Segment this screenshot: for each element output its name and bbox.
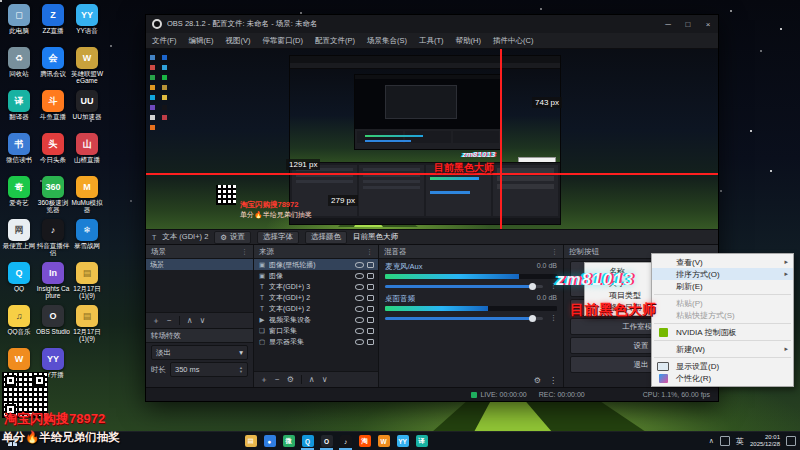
language-indicator[interactable]: 英 — [736, 436, 744, 447]
clock[interactable]: 20:01 2025/12/28 — [750, 434, 780, 448]
desktop-icon[interactable]: 书 微信读书 — [2, 133, 36, 176]
slider-knob[interactable] — [529, 283, 536, 290]
taskbar-app-button[interactable]: YY — [394, 432, 411, 450]
desktop-icon[interactable]: ♻ 回收站 — [2, 47, 36, 90]
desktop-icon[interactable]: O OBS Studio — [36, 305, 70, 348]
add-scene-button[interactable]: ＋ — [152, 315, 160, 326]
dock-menu-icon[interactable]: ⋮ — [366, 248, 373, 256]
desktop-icon[interactable]: Z ZZ直播 — [36, 4, 70, 47]
preview-canvas[interactable]: 743 px 1291 px 279 px zm81013 目前黑色大师 淘宝闪… — [146, 49, 718, 229]
desktop-icon[interactable]: YY YY语音 — [70, 4, 104, 47]
source-properties-button[interactable]: ⚙ — [287, 375, 294, 384]
lock-icon[interactable] — [367, 306, 374, 312]
lock-icon[interactable] — [367, 273, 374, 279]
channel-options-icon[interactable]: ⋮ — [550, 314, 557, 322]
taskbar-app-button[interactable]: ▤ — [242, 432, 259, 450]
lock-icon[interactable] — [367, 328, 374, 334]
menu-item-sort[interactable]: 排序方式(O) ▸ — [652, 268, 793, 280]
menu-item-paste-shortcut[interactable]: 粘贴快捷方式(S) — [652, 309, 793, 321]
transition-select[interactable]: 淡出 ▾ — [151, 345, 248, 360]
desktop-icon[interactable]: ♫ QQ音乐 — [2, 305, 36, 348]
tray-app-icon[interactable] — [720, 436, 730, 446]
menubar-item[interactable]: 文件(F) — [146, 33, 183, 48]
taskbar-app-button[interactable]: Q — [299, 432, 316, 450]
slider-knob[interactable] — [529, 315, 536, 322]
lock-icon[interactable] — [367, 295, 374, 301]
menubar-item[interactable]: 帮助(H) — [450, 33, 487, 48]
desktop-icon[interactable]: W 英雄联盟WeGame — [70, 47, 104, 90]
select-color-button[interactable]: 选择颜色 — [305, 231, 347, 244]
menubar-item[interactable]: 配置文件(P) — [309, 33, 361, 48]
desktop-icon[interactable]: Q QQ — [2, 262, 36, 305]
select-font-button[interactable]: 选择字体 — [257, 231, 299, 244]
scene-down-button[interactable]: ∨ — [200, 316, 206, 325]
taskbar-app-button[interactable]: 微 — [280, 432, 297, 450]
desktop-icon[interactable]: ♪ 抖音直播伴侣 — [36, 219, 70, 262]
obs-titlebar[interactable]: OBS 28.1.2 - 配置文件: 未命名 - 场景: 未命名 ─ □ × — [146, 15, 718, 33]
menubar-item[interactable]: 编辑(E) — [183, 33, 220, 48]
dock-menu-icon[interactable]: ⋮ — [241, 248, 248, 256]
desktop-icon[interactable]: M MuMu模拟器 — [70, 176, 104, 219]
lock-icon[interactable] — [367, 317, 374, 323]
source-row[interactable]: ▣ 图像(壁纸轮播) — [254, 259, 378, 270]
desktop-icon[interactable]: 奇 爱奇艺 — [2, 176, 36, 219]
visibility-eye-icon[interactable] — [355, 284, 364, 290]
menubar-item[interactable]: 停靠窗口(D) — [257, 33, 309, 48]
desktop-icon[interactable]: 网 最便宜上网 — [2, 219, 36, 262]
visibility-eye-icon[interactable] — [355, 306, 364, 312]
maximize-button[interactable]: □ — [678, 15, 698, 33]
visibility-eye-icon[interactable] — [355, 328, 364, 334]
desktop-icon[interactable]: ▤ 12月17日(1)(9) — [70, 262, 104, 305]
desktop-icon[interactable]: UU UU加速器 — [70, 90, 104, 133]
menubar-item[interactable]: 工具(T) — [413, 33, 450, 48]
lock-icon[interactable] — [367, 284, 374, 290]
remove-scene-button[interactable]: − — [167, 316, 172, 325]
mixer-menu-icon[interactable]: ⋮ — [549, 376, 557, 385]
source-row[interactable]: ▢ 显示器采集 — [254, 336, 378, 347]
source-row[interactable]: ▶ 视频采集设备 — [254, 314, 378, 325]
visibility-eye-icon[interactable] — [355, 317, 364, 323]
desktop-icon[interactable]: 头 今日头条 — [36, 133, 70, 176]
visibility-eye-icon[interactable] — [355, 295, 364, 301]
desktop-icon[interactable]: 译 翻译器 — [2, 90, 36, 133]
menu-item-nvidia[interactable]: NVIDIA 控制面板 — [652, 326, 793, 338]
notification-icon[interactable] — [786, 436, 796, 446]
source-up-button[interactable]: ∧ — [309, 375, 315, 384]
taskbar-app-button[interactable]: O — [318, 432, 335, 450]
source-row[interactable]: ▣ 图像 — [254, 270, 378, 281]
volume-slider[interactable]: ⋮ — [385, 314, 557, 323]
visibility-eye-icon[interactable] — [355, 273, 364, 279]
desktop-icon[interactable]: ❄ 暴雪战网 — [70, 219, 104, 262]
lock-icon[interactable] — [367, 339, 374, 345]
visibility-eye-icon[interactable] — [355, 339, 364, 345]
source-row[interactable]: T 文本(GDI+) 2 — [254, 303, 378, 314]
taskbar-app-button[interactable]: ♪ — [337, 432, 354, 450]
minimize-button[interactable]: ─ — [658, 15, 678, 33]
remove-source-button[interactable]: − — [275, 375, 280, 384]
scene-row[interactable]: 场景 — [146, 259, 253, 270]
menu-item-display-settings[interactable]: 显示设置(D) — [652, 360, 793, 372]
add-source-button[interactable]: ＋ — [260, 374, 268, 385]
desktop-icon[interactable]: ◻ 此电脑 — [2, 4, 36, 47]
sort-by-type[interactable]: 项目类型 — [585, 289, 652, 301]
source-row[interactable]: T 文本(GDI+) 3 — [254, 281, 378, 292]
tray-chevron-icon[interactable]: ∧ — [709, 437, 714, 445]
desktop-icon[interactable]: ▤ 12月17日(1)(9) — [70, 305, 104, 348]
source-row[interactable]: ❑ 窗口采集 — [254, 325, 378, 336]
source-down-button[interactable]: ∨ — [322, 375, 328, 384]
visibility-eye-icon[interactable] — [355, 262, 364, 268]
menu-item-paste[interactable]: 粘贴(P) — [652, 297, 793, 309]
menu-item-view[interactable]: 查看(V) ▸ — [652, 256, 793, 268]
taskbar-app-button[interactable]: 淘 — [356, 432, 373, 450]
taskbar-app-button[interactable]: 译 — [413, 432, 430, 450]
taskbar-app-button[interactable]: ● — [261, 432, 278, 450]
mixer-settings-icon[interactable]: ⚙ — [534, 376, 541, 385]
menubar-item[interactable]: 场景集合(S) — [361, 33, 413, 48]
menu-item-new[interactable]: 新建(W) ▸ — [652, 343, 793, 355]
desktop-icon[interactable]: 会 腾讯会议 — [36, 47, 70, 90]
menubar-item[interactable]: 插件中心(C) — [487, 33, 539, 48]
desktop-icon[interactable]: 360 360极速浏览器 — [36, 176, 70, 219]
volume-slider[interactable]: ⋮ — [385, 282, 557, 291]
close-button[interactable]: × — [698, 15, 718, 33]
dock-menu-icon[interactable]: ⋮ — [551, 248, 558, 256]
